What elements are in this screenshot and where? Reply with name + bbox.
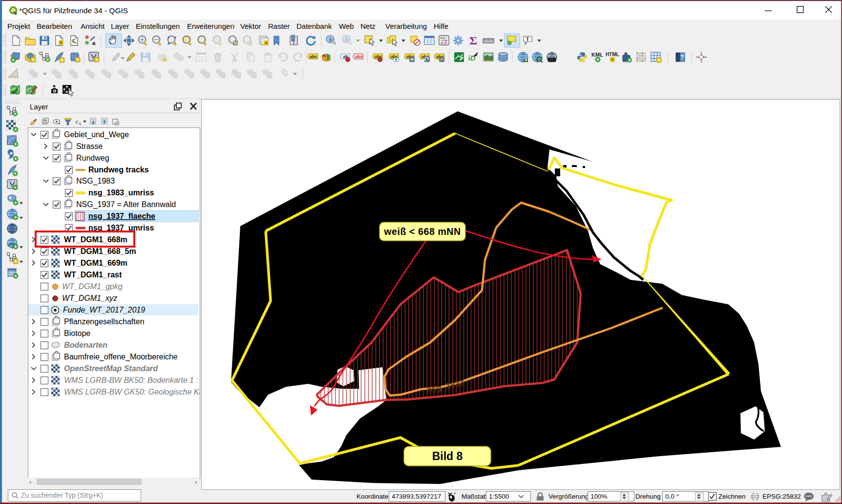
- svg-text:1:1: 1:1: [214, 38, 219, 42]
- svg-text:WT_DGM1_668_5m: WT_DGM1_668_5m: [64, 247, 136, 255]
- svg-text:abc: abc: [355, 54, 363, 59]
- svg-text:?: ?: [680, 54, 684, 61]
- svg-text:OpenStreetMap Standard: OpenStreetMap Standard: [64, 364, 158, 373]
- svg-text:i: i: [329, 36, 331, 43]
- svg-text:Strasse: Strasse: [76, 142, 103, 150]
- svg-text:Rundweg tracks: Rundweg tracks: [88, 166, 149, 174]
- svg-text:Gebiet_und_Wege: Gebiet_und_Wege: [64, 130, 129, 139]
- svg-text:Bodenarten: Bodenarten: [64, 341, 107, 349]
- svg-text:Rundweg: Rundweg: [76, 154, 109, 162]
- svg-text:Σ: Σ: [469, 34, 477, 47]
- svg-text:weiß < 668 mNN: weiß < 668 mNN: [383, 226, 461, 237]
- svg-text:Funde_WT_2017_2019: Funde_WT_2017_2019: [63, 306, 145, 314]
- svg-text:WMS LGRB-BW BK50: Bodenkarte 1: WMS LGRB-BW BK50: Bodenkarte 1 : !: [64, 376, 200, 384]
- svg-text:WT_DGM1_669m: WT_DGM1_669m: [64, 259, 127, 267]
- svg-text:KML: KML: [591, 52, 603, 58]
- svg-text:WMS LGRB-BW GK50: Geologische: WMS LGRB-BW GK50: Geologische Ka: [64, 388, 200, 396]
- svg-text:abc: abc: [310, 54, 317, 59]
- svg-text:iD: iD: [468, 54, 476, 62]
- svg-text:nsg_1983_umriss: nsg_1983_umriss: [88, 189, 154, 197]
- svg-text:WT_DGM1_rast: WT_DGM1_rast: [64, 271, 122, 279]
- svg-text:nsg_1937_flaeche: nsg_1937_flaeche: [88, 212, 155, 220]
- svg-text:Bild 8: Bild 8: [432, 450, 463, 462]
- svg-text:NSG_1983: NSG_1983: [76, 177, 115, 186]
- svg-text:T: T: [526, 36, 529, 42]
- svg-text:NSG_1937 = Alter Bannwald: NSG_1937 = Alter Bannwald: [76, 200, 176, 209]
- svg-text:Biotope: Biotope: [64, 329, 90, 337]
- svg-text:HTML: HTML: [606, 52, 619, 57]
- svg-text:WT_DGM1_gpkg: WT_DGM1_gpkg: [62, 282, 123, 291]
- svg-text:WT_DGM1_xyz: WT_DGM1_xyz: [62, 294, 117, 302]
- svg-text:WT_DGM1_668m: WT_DGM1_668m: [64, 235, 127, 244]
- svg-text:i: i: [345, 36, 347, 43]
- svg-text:Pflanzengesellschaften: Pflanzengesellschaften: [64, 317, 145, 326]
- svg-text:Baumfreie_offene_Moorbereiche: Baumfreie_offene_Moorbereiche: [64, 353, 178, 361]
